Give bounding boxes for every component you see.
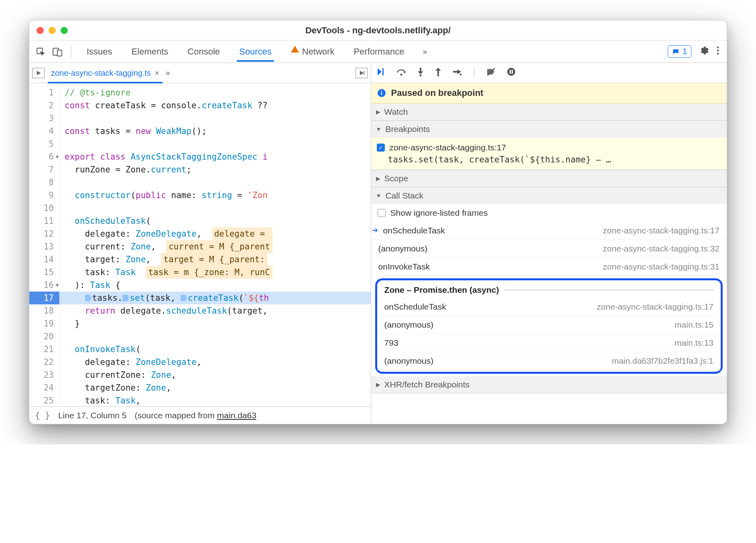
navigator-toggle-icon[interactable] <box>33 68 45 78</box>
deactivate-breakpoints-icon[interactable] <box>486 67 496 78</box>
svg-point-21 <box>459 74 461 75</box>
checkbox-empty-icon[interactable] <box>378 209 386 217</box>
stack-frame[interactable]: 793main.ts:13 <box>377 334 721 352</box>
maximize-icon[interactable] <box>61 27 68 34</box>
svg-point-18 <box>437 75 439 77</box>
callstack-header[interactable]: ▼Call Stack <box>371 187 727 204</box>
breakpoint-code: tasks.set(task, createTask(`${this.name}… <box>388 154 720 166</box>
xhr-header[interactable]: ▶XHR/fetch Breakpoints <box>371 376 727 393</box>
debugger-toolbar <box>371 63 727 83</box>
breakpoint-item[interactable]: ✓ zone-async-stack-tagging.ts:17 tasks.s… <box>371 138 727 170</box>
pause-on-exceptions-icon[interactable] <box>506 67 516 79</box>
step-over-icon[interactable] <box>396 67 406 79</box>
svg-rect-2 <box>57 50 62 56</box>
svg-marker-7 <box>360 71 364 75</box>
pretty-print-icon[interactable]: { } <box>35 411 50 420</box>
tab-network[interactable]: Network <box>290 47 335 62</box>
minimize-icon[interactable] <box>49 27 56 34</box>
main-toolbar: Issues Elements Console Sources Network … <box>29 41 727 63</box>
tab-issues[interactable]: Issues <box>86 47 113 62</box>
source-map-link[interactable]: main.da63 <box>217 411 256 420</box>
body: zone-async-stack-tagging.ts × » 12345678… <box>29 63 727 424</box>
tab-performance[interactable]: Performance <box>353 47 405 62</box>
file-tabs: zone-async-stack-tagging.ts × » <box>29 63 371 83</box>
svg-rect-25 <box>512 70 513 74</box>
svg-rect-8 <box>364 71 364 75</box>
file-tab-active[interactable]: zone-async-stack-tagging.ts × <box>48 67 163 82</box>
separator <box>71 45 71 58</box>
tab-sources[interactable]: Sources <box>238 47 272 62</box>
async-stack-highlight: Zone – Promise.then (async) onScheduleTa… <box>375 278 723 374</box>
sources-pane: zone-async-stack-tagging.ts × » 12345678… <box>29 63 371 424</box>
svg-marker-16 <box>435 68 441 71</box>
svg-point-3 <box>717 47 719 48</box>
inspect-icon[interactable] <box>33 45 48 59</box>
resume-icon[interactable] <box>376 67 386 79</box>
stack-frame[interactable]: onScheduleTaskzone-async-stack-tagging.t… <box>371 222 727 240</box>
window-controls <box>37 27 68 34</box>
xhr-section: ▶XHR/fetch Breakpoints <box>371 376 727 393</box>
separator <box>474 68 475 78</box>
info-icon: i <box>378 89 386 97</box>
titlebar: DevTools - ng-devtools.netlify.app/ <box>29 20 727 41</box>
svg-point-23 <box>507 68 515 76</box>
step-icon[interactable] <box>452 68 462 78</box>
source-map-info: (source mapped from main.da63 <box>134 411 256 420</box>
async-group-header: Zone – Promise.then (async) <box>377 282 721 298</box>
svg-marker-20 <box>457 69 461 74</box>
svg-point-5 <box>717 53 719 55</box>
warning-icon <box>291 46 299 53</box>
debugger-pane: i Paused on breakpoint ▶Watch ▼Breakpoin… <box>371 63 727 424</box>
stack-frame[interactable]: (anonymous)zone-async-stack-tagging.ts:3… <box>371 240 727 258</box>
close-icon[interactable] <box>37 27 44 34</box>
svg-marker-6 <box>37 71 41 75</box>
toolbar-right: 1 <box>668 45 719 58</box>
tab-network-label: Network <box>302 47 335 57</box>
close-icon[interactable]: × <box>155 69 159 77</box>
tab-elements[interactable]: Elements <box>131 47 169 62</box>
step-into-icon[interactable] <box>417 67 424 79</box>
ignore-listed-label: Show ignore-listed frames <box>390 208 488 218</box>
gear-icon[interactable] <box>699 45 709 58</box>
async-group-label: Zone – Promise.then (async) <box>384 285 499 295</box>
watch-section: ▶Watch <box>371 103 727 121</box>
svg-point-4 <box>717 50 719 51</box>
file-tab-label: zone-async-stack-tagging.ts <box>51 69 151 78</box>
line-gutter[interactable]: 1234567891011121314151617181920212223242… <box>29 83 60 406</box>
stack-frame[interactable]: (anonymous)main.da63f7b2fe3f1fa3.js:1 <box>377 352 721 370</box>
tab-console[interactable]: Console <box>187 47 221 62</box>
breakpoints-header[interactable]: ▼Breakpoints <box>371 121 727 138</box>
more-file-tabs-icon[interactable]: » <box>166 68 170 77</box>
svg-rect-19 <box>453 71 458 73</box>
debugger-toggle-icon[interactable] <box>356 68 368 78</box>
checkbox-checked-icon[interactable]: ✓ <box>377 144 385 152</box>
code-editor[interactable]: 1234567891011121314151617181920212223242… <box>29 83 371 406</box>
svg-rect-24 <box>510 70 511 74</box>
panel-tabs: Issues Elements Console Sources Network … <box>86 44 665 59</box>
breakpoint-location: zone-async-stack-tagging.ts:17 <box>390 142 506 154</box>
stack-frame[interactable]: (anonymous)main.ts:15 <box>377 316 721 334</box>
ignore-listed-toggle[interactable]: Show ignore-listed frames <box>371 204 727 222</box>
step-out-icon[interactable] <box>435 67 442 79</box>
svg-rect-10 <box>382 68 384 75</box>
devtools-window: DevTools - ng-devtools.netlify.app/ Issu… <box>29 20 727 424</box>
issues-badge[interactable]: 1 <box>668 45 691 58</box>
pause-banner: i Paused on breakpoint <box>371 83 727 103</box>
svg-point-12 <box>400 74 402 76</box>
svg-rect-17 <box>437 70 439 74</box>
breakpoints-section: ▼Breakpoints ✓ zone-async-stack-tagging.… <box>371 121 727 170</box>
scope-section: ▶Scope <box>371 170 727 187</box>
kebab-icon[interactable] <box>716 46 719 57</box>
callstack-section: ▼Call Stack Show ignore-listed frames on… <box>371 187 727 376</box>
code-content[interactable]: // @ts-ignoreconst createTask = console.… <box>60 83 371 406</box>
svg-marker-9 <box>378 68 382 75</box>
watch-header[interactable]: ▶Watch <box>371 103 727 120</box>
scope-header[interactable]: ▶Scope <box>371 170 727 187</box>
device-toggle-icon[interactable] <box>50 45 65 59</box>
window-title: DevTools - ng-devtools.netlify.app/ <box>29 25 727 36</box>
more-tabs-icon[interactable]: » <box>423 47 427 56</box>
stack-frame[interactable]: onScheduleTaskzone-async-stack-tagging.t… <box>377 298 721 316</box>
stack-frame[interactable]: onInvokeTaskzone-async-stack-tagging.ts:… <box>371 258 727 276</box>
cursor-position: Line 17, Column 5 <box>58 411 126 420</box>
svg-point-15 <box>419 75 421 77</box>
